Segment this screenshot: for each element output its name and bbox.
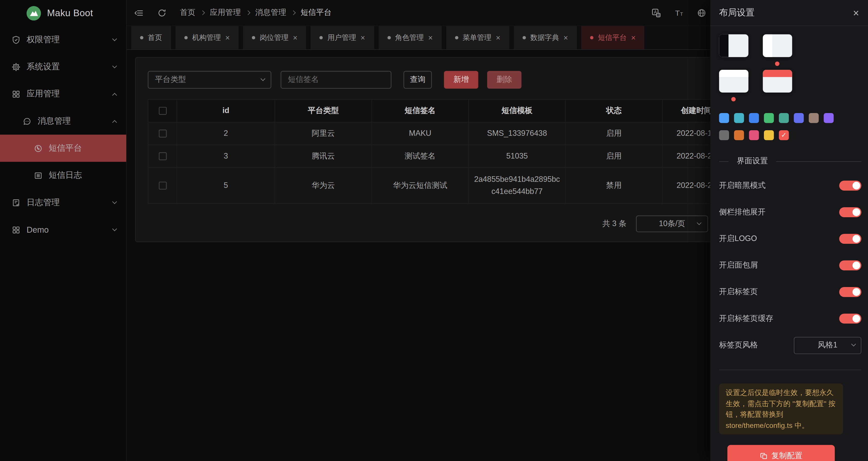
drawer-body: ✓ 界面设置 开启暗黑模式 侧栏排他展开 开启LOGO (710, 26, 868, 461)
tabs-cache-toggle[interactable] (839, 314, 862, 323)
tab-dot (590, 36, 593, 39)
breadcrumb-item[interactable]: 应用管理 (210, 8, 241, 18)
page-size-select[interactable]: 10条/页 (636, 215, 708, 232)
select-placeholder: 平台类型 (155, 75, 186, 85)
refresh-icon[interactable] (157, 8, 166, 18)
cell-id: 2 (177, 122, 275, 145)
sidebar-item-permission[interactable]: 权限管理 (0, 26, 126, 53)
breadcrumb-toggle[interactable] (839, 260, 862, 270)
theme-color-swatch[interactable] (794, 113, 804, 123)
chevron-down-icon (261, 76, 266, 81)
layout-row1-selection (719, 61, 861, 66)
sidebar-accordion-toggle[interactable] (839, 207, 862, 217)
cell-platform: 腾讯云 (275, 145, 372, 168)
search-button[interactable]: 查询 (403, 71, 432, 88)
font-size-icon[interactable]: TT (674, 8, 684, 18)
close-icon[interactable]: × (853, 7, 859, 18)
setting-logo: 开启LOGO (719, 226, 861, 252)
filter-toolbar: 平台类型 短信签名 查询 新增 删除 (148, 71, 521, 88)
breadcrumb-item[interactable]: 消息管理 (255, 8, 286, 18)
tab-dot (522, 36, 526, 39)
tab-role[interactable]: 角色管理 × (378, 26, 441, 49)
tab-dot (319, 36, 323, 39)
sidebar-item-label: 日志管理 (27, 197, 126, 208)
select-all-checkbox[interactable] (159, 107, 166, 115)
copy-config-button[interactable]: 复制配置 (727, 445, 835, 461)
close-icon[interactable]: × (564, 34, 568, 42)
layout-option-light-header[interactable] (719, 70, 748, 92)
table-row: 3 腾讯云 测试签名 51035 启用 2022-08-20 (148, 145, 730, 168)
tab-label: 短信平台 (598, 33, 627, 42)
toggle-knob (852, 235, 861, 243)
tabs-toggle[interactable] (839, 287, 862, 297)
row-checkbox[interactable] (159, 182, 166, 190)
delete-button[interactable]: 删除 (487, 71, 521, 88)
theme-color-swatch[interactable] (824, 113, 834, 123)
column-header: 平台类型 (275, 99, 372, 122)
theme-color-swatch[interactable] (734, 130, 744, 140)
sms-sign-input[interactable]: 短信签名 (281, 71, 391, 88)
tab-dot (455, 36, 458, 39)
theme-color-swatch[interactable] (779, 113, 789, 123)
theme-color-swatch-selected[interactable]: ✓ (779, 130, 789, 140)
setting-label: 开启暗黑模式 (719, 180, 766, 191)
globe-icon[interactable] (697, 8, 706, 18)
theme-color-swatch[interactable] (749, 113, 759, 123)
sidebar-item-log[interactable]: 日志管理 (0, 189, 126, 216)
theme-color-swatch[interactable] (719, 130, 729, 140)
close-icon[interactable]: × (225, 34, 230, 42)
sidebar-item-sms-platform[interactable]: 短信平台 (0, 135, 126, 162)
divider (719, 161, 728, 162)
tab-style-select[interactable]: 风格1 (794, 337, 861, 354)
sidebar-item-sms-log[interactable]: 短信日志 (0, 162, 126, 189)
dark-mode-toggle[interactable] (839, 180, 862, 191)
close-icon[interactable]: × (361, 34, 365, 42)
close-icon[interactable]: × (293, 34, 298, 42)
layout-option-dark-sidebar[interactable] (719, 34, 748, 57)
translate-icon[interactable]: A中 (651, 8, 661, 18)
layout-row2-selection (719, 97, 861, 102)
setting-tab-style: 标签页风格 风格1 (719, 332, 861, 358)
layout-option-light-sidebar[interactable] (763, 34, 792, 57)
sidebar-item-demo[interactable]: Demo (0, 216, 126, 243)
settings-switch-list: 开启暗黑模式 侧栏排他展开 开启LOGO 开启面包屑 开启标签页 (719, 172, 861, 358)
theme-color-swatch[interactable] (749, 130, 759, 140)
drawer-header: 布局设置 × (710, 0, 868, 26)
tab-label: 用户管理 (328, 33, 356, 42)
tab-menu[interactable]: 菜单管理 × (446, 26, 509, 49)
breadcrumb-item[interactable]: 首页 (180, 8, 195, 18)
row-checkbox[interactable] (159, 152, 166, 160)
row-checkbox[interactable] (159, 130, 166, 138)
close-icon[interactable]: × (428, 34, 433, 42)
svg-text:T: T (680, 11, 683, 17)
tab-dot (184, 36, 188, 39)
close-icon[interactable]: × (631, 34, 636, 42)
collapse-sidebar-icon[interactable] (134, 8, 143, 18)
tab-post[interactable]: 岗位管理 × (243, 26, 306, 49)
theme-color-swatch[interactable] (764, 113, 774, 123)
sidebar-item-application[interactable]: 应用管理 (0, 80, 126, 108)
theme-color-swatch[interactable] (809, 113, 818, 123)
add-button[interactable]: 新增 (444, 71, 478, 88)
layout-option-red-header[interactable] (763, 70, 792, 92)
sidebar-item-message[interactable]: 消息管理 (0, 108, 126, 135)
close-icon[interactable]: × (496, 34, 500, 42)
theme-color-swatch[interactable] (719, 113, 729, 123)
sidebar-item-system[interactable]: 系统设置 (0, 53, 126, 80)
tab-org[interactable]: 机构管理 × (176, 26, 239, 49)
setting-label: 标签页风格 (719, 340, 757, 350)
cell-platform: 华为云 (275, 168, 372, 204)
section-title: 界面设置 (737, 156, 768, 166)
tab-home[interactable]: 首页 (131, 26, 171, 49)
thumb-sidebar-bar (763, 34, 772, 57)
toggle-knob (852, 315, 861, 323)
theme-color-swatch[interactable] (734, 113, 744, 123)
toggle-knob (852, 208, 861, 216)
tab-user[interactable]: 用户管理 × (311, 26, 374, 49)
tab-dict[interactable]: 数据字典 × (514, 26, 577, 49)
theme-color-swatch[interactable] (764, 130, 774, 140)
tab-sms-platform[interactable]: 短信平台 × (581, 26, 645, 49)
shield-check-icon (11, 35, 21, 44)
logo-toggle[interactable] (839, 234, 862, 244)
platform-type-select[interactable]: 平台类型 (148, 71, 271, 88)
